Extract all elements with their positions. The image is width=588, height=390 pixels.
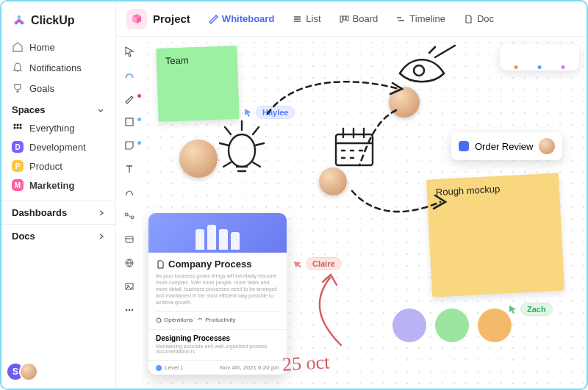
svg-point-1 <box>14 124 16 126</box>
sidebar-item-label: Notifications <box>29 62 82 73</box>
svg-point-21 <box>229 134 255 167</box>
tool-pen[interactable] <box>122 91 137 106</box>
sidebar-item-home[interactable]: Home <box>1 37 115 57</box>
project-icon <box>126 9 147 29</box>
whiteboard-toolbar <box>116 37 143 389</box>
card-tag: Operations <box>156 317 193 323</box>
presence-avatar <box>531 48 548 66</box>
view-tab-label: Board <box>353 13 379 24</box>
svg-point-2 <box>17 124 19 126</box>
svg-point-20 <box>157 318 161 322</box>
sticky-note-yellow[interactable]: Rough mockup <box>426 173 564 297</box>
sidebar-item-label: Home <box>29 42 55 53</box>
doc-icon <box>463 14 473 24</box>
view-tab-list[interactable]: List <box>286 10 326 27</box>
sticky-text: Team <box>165 54 189 66</box>
tool-more[interactable] <box>122 303 137 317</box>
sticky-text: Rough mockup <box>435 184 500 198</box>
main: Project Whiteboard List Board Timeline D… <box>116 1 587 389</box>
collaborator-cursor-claire: Claire <box>294 257 342 270</box>
tool-text[interactable] <box>122 162 137 176</box>
svg-point-19 <box>132 309 134 311</box>
svg-rect-8 <box>343 16 345 20</box>
space-label: Development <box>29 142 86 153</box>
space-item-development[interactable]: D Development <box>1 137 115 156</box>
sidebar-section-docs[interactable]: Docs <box>1 224 115 248</box>
sidebar-item-notifications[interactable]: Notifications <box>1 57 115 78</box>
sidebar-item-goals[interactable]: Goals <box>1 78 115 98</box>
tool-select[interactable] <box>122 44 137 59</box>
embedded-doc-card[interactable]: Company Process As your business grows t… <box>148 213 287 375</box>
space-item-product[interactable]: P Product <box>1 156 115 176</box>
project-title[interactable]: Project <box>153 12 190 25</box>
whiteboard-canvas[interactable]: Team Rough mockup Order Review Haylee <box>143 37 587 389</box>
handwritten-text: 25 oct <box>282 351 330 375</box>
svg-point-18 <box>129 309 131 311</box>
svg-point-11 <box>125 213 128 216</box>
card-description: As your business grows things will inevi… <box>156 272 279 306</box>
sketch-calendar <box>330 121 381 173</box>
space-label: Marketing <box>29 180 74 191</box>
canvas-avatar[interactable] <box>389 87 420 118</box>
space-label: Product <box>29 161 62 172</box>
color-indicator <box>137 94 141 98</box>
svg-point-0 <box>18 15 21 18</box>
canvas-avatar[interactable] <box>319 167 347 195</box>
chevron-right-icon <box>98 233 105 240</box>
avatar <box>19 362 38 381</box>
task-chip-label: Order Review <box>475 141 533 152</box>
level-dot <box>156 365 162 371</box>
spaces-header[interactable]: Spaces <box>1 98 115 118</box>
card-tag: Productivity <box>197 317 235 323</box>
sidebar-section-dashboards[interactable]: Dashboards <box>1 201 115 224</box>
svg-point-12 <box>131 216 134 219</box>
spaces-header-label: Spaces <box>12 104 46 115</box>
space-badge: M <box>12 179 24 191</box>
card-subtitle: Designing Processes <box>156 334 279 342</box>
brand-name: ClickUp <box>31 14 75 27</box>
space-item-everything[interactable]: Everything <box>1 118 115 137</box>
sticky-note-green[interactable]: Team <box>156 46 239 122</box>
svg-point-4 <box>14 127 16 129</box>
view-tab-timeline[interactable]: Timeline <box>390 10 451 27</box>
space-item-marketing[interactable]: M Marketing <box>1 176 115 195</box>
view-tab-whiteboard[interactable]: Whiteboard <box>202 10 281 27</box>
color-swatch[interactable] <box>392 308 426 342</box>
card-sub-desc: Maintaining accurate and well-organized … <box>156 344 279 354</box>
card-hero-image <box>148 213 287 253</box>
presence-strip[interactable] <box>500 44 579 71</box>
bell-icon <box>12 62 24 73</box>
card-date: Nov 4th, 2021 6:20 pm <box>220 364 279 371</box>
svg-point-5 <box>17 127 19 129</box>
view-tab-label: Timeline <box>409 13 445 24</box>
canvas-avatar[interactable] <box>179 140 218 178</box>
tool-card[interactable] <box>122 232 137 247</box>
svg-point-6 <box>20 127 22 129</box>
tool-connector[interactable] <box>122 185 137 200</box>
tool-shape[interactable] <box>122 115 137 129</box>
svg-rect-9 <box>346 16 348 21</box>
tool-image[interactable] <box>122 279 137 294</box>
color-swatch[interactable] <box>478 308 512 342</box>
color-swatch[interactable] <box>435 308 469 342</box>
space-label: Everything <box>29 123 74 134</box>
task-chip-order-review[interactable]: Order Review <box>451 132 562 160</box>
clickup-logo-icon <box>12 13 26 28</box>
view-tab-doc[interactable]: Doc <box>457 10 500 27</box>
tool-sticky[interactable] <box>122 138 137 153</box>
user-avatar-stack[interactable]: S <box>12 362 38 381</box>
view-tab-board[interactable]: Board <box>333 10 384 27</box>
presence-avatar <box>507 48 525 66</box>
task-assignee-avatar <box>539 138 555 154</box>
logo[interactable]: ClickUp <box>1 9 115 37</box>
tool-ai[interactable] <box>122 68 137 82</box>
color-indicator <box>137 118 141 121</box>
tool-relations[interactable] <box>122 209 137 223</box>
tool-web[interactable] <box>122 256 137 270</box>
grid-icon <box>12 122 24 134</box>
view-tab-label: Whiteboard <box>222 13 275 24</box>
chevron-right-icon <box>98 209 105 217</box>
list-icon <box>292 14 302 24</box>
view-tab-label: Doc <box>477 13 494 24</box>
collaborator-cursor-zach: Zach <box>509 303 553 316</box>
